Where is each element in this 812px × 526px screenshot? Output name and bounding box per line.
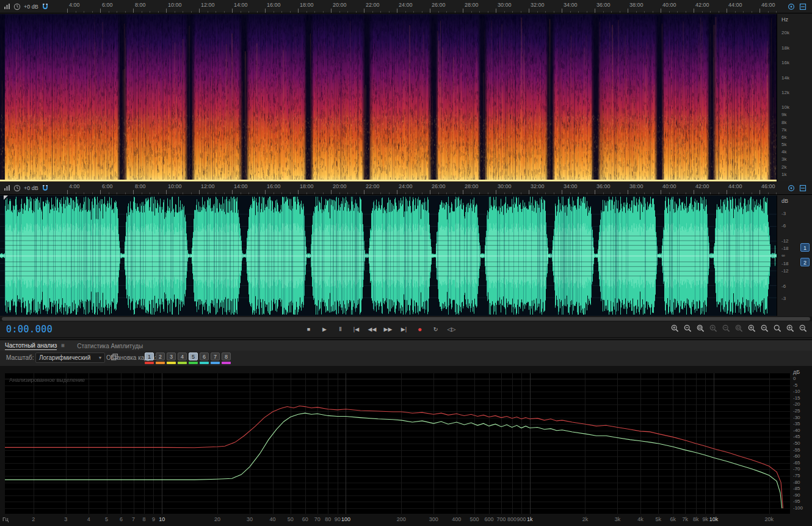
fast-forward-button[interactable]: ▶▶ [381,323,395,335]
frame-hold-button-2[interactable]: 2 [156,352,165,364]
gain-label[interactable]: +0 dB [24,4,38,10]
ruler-time-label: 16:00 [267,2,281,8]
panel-menu-icon[interactable]: ≡ [61,342,65,349]
frame-hold-button-5[interactable]: 5 [189,352,198,364]
x-axis-tick-label: 400 [452,516,461,522]
pause-button[interactable]: Ⅱ [333,323,347,335]
chevron-down-icon: ▾ [99,355,101,360]
gain-label[interactable]: +0 dB [24,185,38,191]
scale-dropdown[interactable]: Логарифмический ▾ [35,352,105,363]
meter-icon[interactable] [4,184,10,191]
scale-dropdown-value: Логарифмический [39,354,90,361]
ruler-minor-tick [413,192,414,194]
x-axis-tick-label: 60 [302,516,308,522]
time-ruler[interactable]: 4:006:008:0010:0012:0014:0016:0018:0020:… [58,0,777,13]
zoom-out-vertical-button[interactable] [799,324,807,332]
ruler-minor-tick [611,192,612,194]
zoom-out-button[interactable] [684,324,692,332]
channel-badge-1[interactable]: 1 [800,243,810,252]
zoom-out-point-button[interactable] [722,324,730,332]
zoom-in-button[interactable] [671,324,679,332]
x-axis-tick-label: 10 [159,516,165,522]
x-axis-tick-label: 50 [288,516,294,522]
rewind-button[interactable]: ◀◀ [365,323,379,335]
ruler-minor-tick [471,192,472,194]
zoom-in-point-button[interactable] [709,324,717,332]
time-ruler[interactable]: 4:006:008:0010:0012:0014:0016:0018:0020:… [58,181,777,194]
meter-icon[interactable] [4,3,10,10]
ruler-minor-tick [669,192,670,194]
prev-button[interactable]: |◀ [349,323,363,335]
scale-mode-icon[interactable] [788,3,795,10]
ruler-major-tick [298,190,299,194]
y-axis-tick-label: -5 [793,382,797,388]
ruler-minor-tick [224,192,225,194]
scale-mode-icon[interactable] [788,184,795,192]
x-axis-tick-label: 20 [214,516,220,522]
frequency-scale[interactable]: Hz20k18k16k14k12k10k9k8k7k6k5k4k3k2k1k [777,14,812,181]
x-axis-tick-label: 70 [314,516,321,522]
zoom-to-selection-button[interactable] [697,324,705,332]
ruler-time-label: 34:00 [564,183,578,189]
tab-amplitude-statistics[interactable]: Статистика Амплитуды [77,340,143,351]
time-display[interactable]: 0:00.000 [6,324,53,335]
ruler-time-label: 30:00 [498,2,512,8]
frame-hold-button-8[interactable]: 8 [222,352,231,364]
frame-hold-button-4[interactable]: 4 [178,352,187,364]
ruler-time-label: 38:00 [629,2,643,8]
zoom-out-horizontal-button[interactable] [761,324,769,332]
ruler-minor-tick [175,11,175,13]
frame-hold-button-7[interactable]: 7 [211,352,220,364]
waveform-display[interactable] [0,195,777,316]
zoom-in-horizontal-button[interactable] [748,324,756,332]
ruler-time-label: 30:00 [498,183,512,189]
clock-icon[interactable] [13,3,21,10]
magnet-icon[interactable] [42,184,49,192]
skip-selection-button[interactable]: ◁▷ [444,323,459,335]
playhead-handle[interactable] [4,195,8,200]
ruler-minor-tick [677,11,678,13]
ruler-minor-tick [488,192,488,194]
clock-icon[interactable] [13,184,21,192]
y-axis-tick-label: -40 [793,428,800,433]
scale-label: Масштаб: [6,354,34,361]
frequency-tick-label: 1k [781,172,786,177]
y-axis-tick-label: -20 [793,401,800,407]
ruler-time-label: 12:00 [201,2,215,8]
ruler-minor-tick [257,11,258,13]
ruler-minor-tick [735,192,736,194]
scale-options-icon[interactable] [799,184,807,192]
frame-hold-number: 1 [145,352,154,360]
frame-hold-button-1[interactable]: 1 [145,352,154,364]
magnet-icon[interactable] [42,3,49,10]
ruler-minor-tick [76,11,76,13]
frame-hold-button-6[interactable]: 6 [200,352,209,364]
amplitude-scale[interactable]: dB-3-3-6-6-12-12-18-18∞12 [777,195,812,316]
record-button[interactable]: ● [413,323,427,335]
frequency-tick-label: 9k [781,112,786,117]
frame-hold-color-swatch [145,362,154,364]
x-axis-tick-label: 2 [32,516,35,522]
play-button[interactable]: ▶ [317,323,332,335]
channel-badge-2[interactable]: 2 [800,258,810,266]
zoom-selection-edge-button[interactable] [735,324,743,332]
loop-button[interactable]: ↻ [429,323,443,335]
ruler-minor-tick [150,11,150,13]
y-axis-tick-label: 0 [793,376,796,381]
stop-button[interactable]: ■ [302,323,316,335]
ruler-minor-tick [84,11,84,13]
ruler-minor-tick [380,11,381,13]
spectrogram-display[interactable] [0,14,777,181]
ruler-minor-tick [455,192,455,194]
zoom-in-vertical-button[interactable] [786,324,794,332]
next-button[interactable]: ▶| [397,323,411,335]
scrollbar-handle[interactable] [2,317,810,321]
scale-options-icon[interactable] [799,3,807,10]
ruler-major-tick [694,9,694,13]
zoom-reset-button[interactable] [774,324,781,332]
ruler-minor-tick [92,11,93,13]
ruler-minor-tick [347,11,348,13]
frame-hold-button-3[interactable]: 3 [167,352,176,364]
horizontal-scrollbar[interactable] [0,316,812,321]
tab-frequency-analysis[interactable]: Частотный анализ ≡ [5,340,65,351]
